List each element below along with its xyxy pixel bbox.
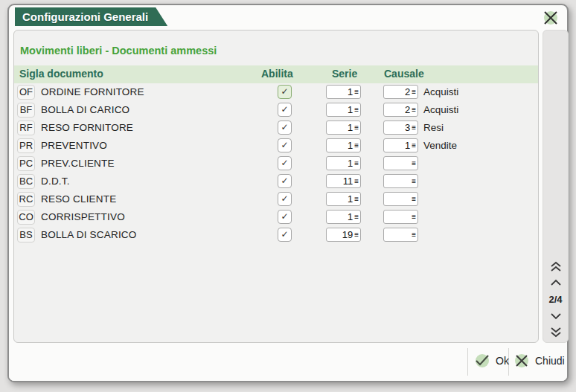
list-menu-icon: ≡ [354, 124, 359, 132]
causale-description: Acquisti [423, 86, 458, 97]
serie-value: 11 [343, 176, 353, 187]
causale-value: 2 [405, 86, 410, 97]
list-menu-icon: ≡ [412, 231, 416, 239]
causale-value: 3 [405, 122, 410, 133]
list-menu-icon: ≡ [354, 196, 359, 203]
check-icon: ✓ [281, 193, 288, 204]
scroll-first-icon[interactable] [549, 261, 563, 271]
causale-value: 2 [405, 104, 410, 115]
abilita-checkbox[interactable]: ✓ [278, 156, 292, 170]
serie-value: 1 [348, 86, 353, 97]
check-icon: ✓ [281, 229, 288, 240]
abilita-checkbox[interactable]: ✓ [278, 103, 292, 117]
ok-button[interactable]: Ok [473, 346, 509, 376]
chiudi-button[interactable]: Chiudi [513, 346, 565, 376]
causale-input[interactable]: 1≡ [383, 138, 418, 152]
scroll-last-icon[interactable] [549, 327, 563, 338]
abilita-checkbox[interactable]: ✓ [278, 85, 292, 99]
table-row: RC RESO CLIENTE ✓ 1≡ ≡ [14, 190, 538, 208]
causale-input[interactable]: ≡ [383, 192, 418, 206]
list-menu-icon: ≡ [412, 89, 416, 96]
document-description: PREVENTIVO [41, 140, 107, 151]
serie-input[interactable]: 1≡ [326, 103, 361, 117]
serie-input[interactable]: 1≡ [326, 156, 361, 170]
causale-input[interactable]: ≡ [383, 228, 418, 242]
table-row: BC D.D.T. ✓ 11≡ ≡ [14, 173, 538, 190]
list-menu-icon: ≡ [412, 124, 416, 132]
abilita-checkbox[interactable]: ✓ [278, 228, 292, 242]
causale-input[interactable]: ≡ [383, 174, 418, 188]
causale-input[interactable]: 2≡ [383, 85, 418, 99]
serie-input[interactable]: 1≡ [326, 85, 361, 99]
check-icon: ✓ [281, 211, 288, 222]
table-header-row: Sigla documento Abilita Serie Causale [14, 65, 538, 83]
column-header-sigla: Sigla documento [19, 68, 103, 80]
content-panel: Movimenti liberi - Documenti ammessi Sig… [13, 30, 539, 343]
list-menu-icon: ≡ [354, 106, 359, 114]
chiudi-button-label: Chiudi [535, 355, 565, 367]
table-body: OF ORDINE FORNITORE ✓ 1≡ 2≡ Acquisti BF … [14, 83, 538, 244]
scroll-down-icon[interactable] [549, 312, 563, 320]
serie-value: 1 [348, 193, 353, 205]
list-menu-icon: ≡ [354, 213, 359, 221]
causale-input[interactable]: 2≡ [383, 103, 418, 117]
ok-check-icon [473, 352, 491, 370]
abilita-checkbox[interactable]: ✓ [278, 138, 292, 152]
scroll-nav-strip: 2/4 [543, 30, 569, 343]
list-menu-icon: ≡ [354, 178, 359, 185]
document-description: BOLLA DI CARICO [41, 104, 129, 115]
table-row: BF BOLLA DI CARICO ✓ 1≡ 2≡ Acquisti [14, 101, 538, 119]
footer-separator [467, 348, 468, 376]
abilita-checkbox[interactable]: ✓ [278, 192, 292, 206]
document-description: BOLLA DI SCARICO [41, 229, 137, 240]
abilita-checkbox[interactable]: ✓ [278, 121, 292, 135]
causale-description: Resi [423, 122, 444, 133]
list-menu-icon: ≡ [412, 160, 416, 167]
serie-input[interactable]: 1≡ [326, 121, 361, 135]
list-menu-icon: ≡ [412, 178, 416, 185]
footer-button-bar: Ok Chiudi [9, 346, 567, 381]
list-menu-icon: ≡ [412, 106, 416, 114]
serie-input[interactable]: 1≡ [326, 210, 361, 224]
abilita-checkbox[interactable]: ✓ [278, 174, 292, 188]
list-menu-icon: ≡ [354, 231, 359, 239]
document-code-badge: CO [17, 210, 35, 225]
causale-input[interactable]: ≡ [383, 156, 418, 170]
causale-input[interactable]: ≡ [383, 210, 418, 224]
document-code-badge: BC [17, 174, 35, 189]
document-code-badge: PC [17, 156, 35, 171]
document-description: PREV.CLIENTE [41, 158, 115, 169]
serie-value: 1 [348, 104, 353, 115]
list-menu-icon: ≡ [412, 196, 416, 203]
abilita-checkbox[interactable]: ✓ [278, 210, 292, 224]
table-row: BS BOLLA DI SCARICO ✓ 19≡ ≡ [14, 226, 538, 244]
serie-input[interactable]: 19≡ [326, 228, 361, 242]
causale-input[interactable]: 3≡ [383, 121, 418, 135]
causale-description: Acquisti [423, 104, 458, 115]
check-icon: ✓ [281, 176, 288, 186]
document-code-badge: BS [17, 228, 35, 242]
serie-input[interactable]: 1≡ [326, 192, 361, 206]
causale-description: Vendite [423, 140, 457, 151]
serie-value: 1 [348, 158, 353, 169]
list-menu-icon: ≡ [412, 213, 416, 221]
document-code-badge: RC [17, 192, 35, 207]
serie-input[interactable]: 11≡ [326, 174, 361, 188]
check-icon: ✓ [281, 158, 288, 168]
window-close-button[interactable] [542, 9, 560, 27]
serie-value: 1 [348, 140, 353, 151]
dialog-title: Configurazioni Generali [15, 7, 167, 26]
list-menu-icon: ≡ [354, 160, 359, 167]
list-menu-icon: ≡ [412, 142, 416, 150]
serie-input[interactable]: 1≡ [326, 138, 361, 152]
document-code-badge: RF [17, 121, 35, 135]
scroll-up-icon[interactable] [549, 279, 563, 286]
check-icon: ✓ [281, 140, 288, 150]
column-header-serie: Serie [332, 68, 357, 80]
serie-value: 19 [342, 229, 353, 240]
check-icon: ✓ [281, 122, 288, 132]
column-header-abilita: Abilita [261, 68, 293, 80]
document-description: RESO CLIENTE [41, 193, 116, 205]
column-header-causale: Causale [384, 68, 424, 80]
document-code-badge: BF [17, 103, 35, 118]
